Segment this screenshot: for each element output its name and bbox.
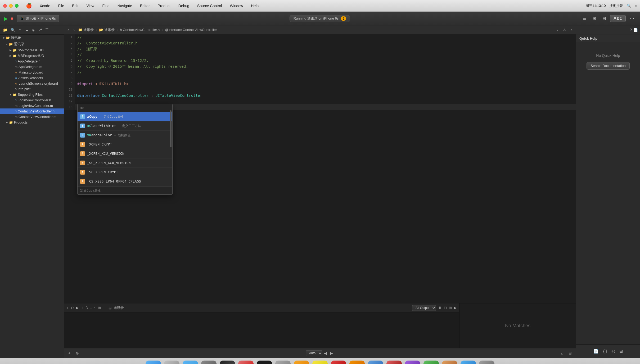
debug-clear-btn[interactable]: ⊖ [71, 306, 74, 310]
debug-output-select[interactable]: All Output [412, 305, 436, 311]
menubar-controls-icon[interactable]: ≡ [635, 4, 637, 8]
autocomplete-item-xrandomcolor[interactable]: S xRandomColor — 随机颜色 [78, 131, 172, 140]
debug-pause-btn[interactable]: ⏸ [81, 306, 84, 310]
sidebar-git-btn[interactable]: ⎇ [37, 27, 43, 33]
debug-trash-btn[interactable]: 🗑 [438, 306, 442, 310]
breadcrumb-interface[interactable]: @interface ContactViewController [165, 28, 217, 32]
file-inspector-icon[interactable]: 📄 [633, 28, 638, 32]
bottom-find-btn[interactable]: ⌕ [560, 351, 565, 356]
debug-view-btn[interactable]: ⊞ [98, 306, 101, 310]
debug-add-btn[interactable]: + [67, 306, 69, 310]
stop-button[interactable]: ■ [11, 16, 13, 21]
dock-terminal[interactable]: $_ [257, 361, 272, 364]
sidebar-breakpoint-btn[interactable]: ◈ [31, 27, 35, 33]
target-icon-btn[interactable]: ◎ [611, 349, 615, 354]
menu-xcode[interactable]: Xcode [38, 3, 52, 8]
dock-sketch[interactable]: ✏ [294, 361, 309, 364]
bottom-nav-forward[interactable]: ▶ [328, 350, 335, 356]
nav-forward-button[interactable]: › [72, 27, 76, 33]
breadcrumb-tongxunlu-2[interactable]: 📂 通讯录 [99, 28, 115, 32]
dock-icon-2[interactable]: 💡 [349, 361, 365, 364]
sidebar-root[interactable]: ▼ 📂 通讯录 [0, 35, 64, 41]
sidebar-item-appdelegate-h[interactable]: ▶ h AppDelegate.h [0, 58, 64, 64]
code-icon-btn[interactable]: { } [603, 349, 607, 354]
line-content[interactable]: // Created by Romeo on 15/12/2. [75, 58, 576, 63]
sidebar-item-launchscreen[interactable]: ▶ ≋ LaunchScreen.storyboard [0, 81, 64, 86]
debug-stepin-btn[interactable]: ↓ [90, 306, 92, 310]
menu-product[interactable]: Product [156, 3, 172, 8]
nav-next-btn[interactable]: › [570, 27, 574, 33]
code-editor[interactable]: 1 // 2 // ContactViewController.h 3 // 通… [64, 34, 576, 303]
debug-arrow-btn[interactable]: → [103, 306, 106, 310]
auto-select[interactable]: Auto [306, 350, 322, 356]
file-icon-btn[interactable]: 📄 [593, 349, 599, 354]
debug-split-btn[interactable]: ⊟ [444, 306, 447, 310]
scheme-selector[interactable]: 📱 通讯录 › iPhone 6s [17, 15, 59, 22]
sidebar-item-appdelegate-m[interactable]: ▶ m AppDelegate.m [0, 64, 64, 70]
nav-warning-btn[interactable]: ⚠ [562, 27, 568, 33]
sidebar-item-assets[interactable]: ▶ ◈ Assets.xcassets [0, 75, 64, 81]
sidebar-report-btn[interactable]: ☰ [44, 27, 49, 33]
breadcrumb-contactvc-h[interactable]: h ContactViewController.h [120, 28, 160, 32]
menubar-input-method[interactable]: 搜狗拼音 [609, 3, 623, 8]
autocomplete-item-sc-xopen-crypt[interactable]: # _SC_XOPEN_CRYPT [78, 168, 172, 177]
panel-toggle-left[interactable]: ☰ [580, 15, 588, 22]
menu-help[interactable]: Help [249, 3, 260, 8]
dock-ppt[interactable]: P [331, 361, 346, 364]
breadcrumb-tongxunlu-1[interactable]: 📁 通讯录 [78, 28, 94, 32]
menu-view[interactable]: View [85, 3, 96, 8]
dock-notes[interactable]: 📝 [312, 361, 328, 364]
menu-window[interactable]: Window [228, 3, 245, 8]
dock-icon-7[interactable]: 📦 [442, 361, 457, 364]
quick-help-icon[interactable]: ? [630, 28, 632, 32]
autocomplete-item-xopen-xcu-version[interactable]: # _XOPEN_XCU_VERSION [78, 149, 172, 158]
panel-toggle-right[interactable]: ⊟ [600, 15, 608, 22]
toolbar-more[interactable]: ⋯ [628, 15, 636, 22]
line-content[interactable]: // Copyright © 2015年 heima. All rights r… [75, 63, 576, 69]
line-content[interactable]: @interface ContactViewController : UITab… [75, 93, 576, 98]
menu-navigate[interactable]: Navigate [116, 3, 134, 8]
search-documentation-button[interactable]: Search Documentation [587, 62, 629, 70]
sidebar-group-tongxunlu[interactable]: ▼ 📂 通讯录 [0, 41, 64, 47]
bottom-add-btn[interactable]: + [67, 351, 72, 356]
line-content[interactable]: // [75, 34, 576, 40]
line-content[interactable] [75, 75, 576, 81]
grid-icon-btn[interactable]: ⊞ [619, 349, 623, 354]
dock-video[interactable]: 🎞 [220, 361, 235, 364]
sidebar-item-contactvc-h[interactable]: ▶ h ContactViewController.h [0, 108, 64, 114]
sidebar-folder-btn[interactable]: 📁 [2, 27, 8, 33]
debug-grid-btn[interactable]: ⊞ [449, 306, 452, 310]
line-content[interactable]: // 通讯录 [75, 46, 576, 52]
autocomplete-item-xclasswithdict[interactable]: S xClassWithDict — 定义工厂方法 [78, 121, 172, 131]
sidebar-item-main-storyboard[interactable]: ▶ ≋ Main.storyboard [0, 70, 64, 75]
dock-icon-4[interactable]: ▶ [386, 361, 402, 364]
bottom-nav-back[interactable]: ◀ [322, 350, 328, 356]
sidebar-search-btn[interactable]: 🔍 [10, 27, 16, 33]
dock-icon-8[interactable]: 📱 [461, 361, 476, 364]
line-content[interactable]: #import <UIKit/UIKit.h> [75, 81, 576, 87]
menu-file[interactable]: File [57, 3, 66, 8]
dock-finder[interactable]: 🔵 [146, 361, 161, 364]
dock-mouse[interactable]: 🖱 [201, 361, 217, 364]
dock-icon-5[interactable]: 🎵 [405, 361, 420, 364]
debug-play-btn[interactable]: ▶ [76, 306, 79, 310]
autocomplete-item-cs-xbs5[interactable]: # _CS_XBS5_LP64_0FF64_CFLAGS [78, 177, 172, 186]
line-content[interactable] [75, 87, 576, 93]
dock-xcode[interactable]: ⌨ [238, 361, 254, 364]
apple-menu[interactable]: 🍎 [26, 3, 32, 9]
nav-prev-btn[interactable]: ‹ [556, 27, 560, 33]
dock-safari[interactable]: 🌐 [183, 361, 198, 364]
bottom-right-btn[interactable]: ⊟ [567, 351, 573, 356]
line-content[interactable]: // ContactViewController.h [75, 40, 576, 46]
panel-toggle-center[interactable]: ⊞ [591, 15, 598, 22]
sidebar-item-loginvc-m[interactable]: ▶ m LoginViewController.m [0, 103, 64, 108]
dock-system-prefs[interactable]: ⚙ [275, 361, 291, 364]
menu-source-control[interactable]: Source Control [196, 3, 223, 8]
bottom-target-btn[interactable]: ⊕ [74, 351, 80, 356]
sidebar-item-svprogress[interactable]: ▶ 📁 SVProgressHUD [0, 47, 64, 53]
minimize-button[interactable] [9, 4, 13, 8]
dock-trash[interactable]: 🗑 [479, 361, 494, 364]
menu-edit[interactable]: Edit [70, 3, 80, 8]
sidebar-item-mbprogress[interactable]: ▶ 📁 MBProgressHUD [0, 53, 64, 58]
sidebar-item-contactvc-m[interactable]: ▶ m ContactViewController.m [0, 114, 64, 120]
